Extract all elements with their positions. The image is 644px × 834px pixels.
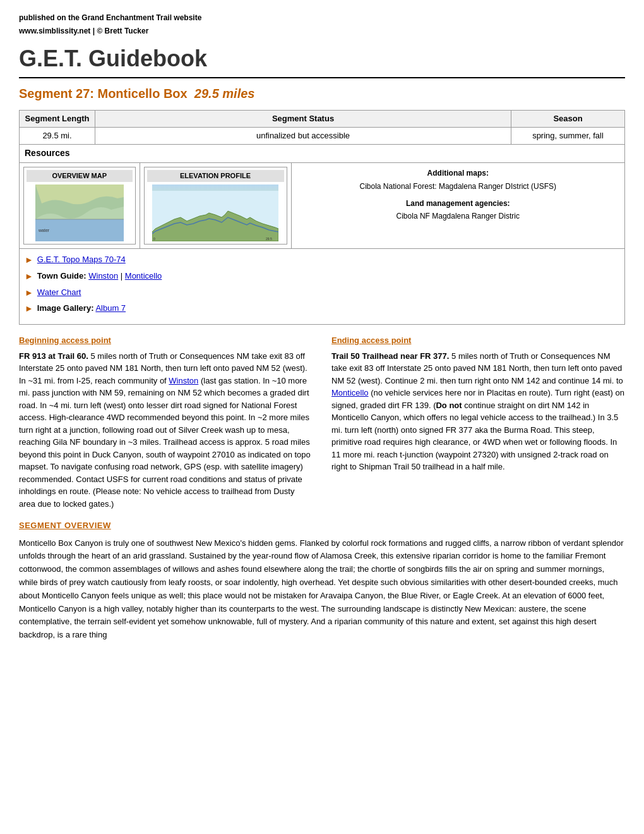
water-chart-link-item: ► Water Chart xyxy=(25,287,619,299)
additional-maps-item1: Cibola National Forest: Magdalena Ranger… xyxy=(297,181,620,192)
topo-maps-link[interactable]: G.E.T. Topo Maps 70-74 xyxy=(37,254,126,265)
bullet-arrow-3: ► xyxy=(25,287,33,299)
access-section: Beginning access point FR 913 at Trail 6… xyxy=(19,335,625,511)
beginning-access-col: Beginning access point FR 913 at Trail 6… xyxy=(19,335,313,511)
town-guide-link-item: ► Town Guide: Winston | Monticello xyxy=(25,270,619,283)
image-gallery-link-item: ► Image Gallery: Album 7 xyxy=(25,303,619,315)
col1-value: 29.5 mi. xyxy=(20,128,95,145)
segment-overview-section: SEGMENT OVERVIEW Monticello Box Canyon i… xyxy=(19,520,625,642)
elevation-profile-image: 0 29.5 xyxy=(152,184,278,241)
segment-overview-title: SEGMENT OVERVIEW xyxy=(19,520,625,531)
additional-maps-item2: Cibola NF Magdalena Ranger Distric xyxy=(297,211,620,222)
published-line: published on the Grand Enchantment Trail… xyxy=(19,13,625,23)
maps-row-cell: OVERVIEW MAP water xyxy=(20,162,625,248)
overview-map-image: water xyxy=(35,184,124,241)
monticello-link[interactable]: Monticello xyxy=(125,271,162,281)
ending-access-col: Ending access point Trail 50 Trailhead n… xyxy=(331,335,625,511)
col2-value: unfinalized but accessible xyxy=(95,128,511,145)
segment-title: Segment 27: Monticello Box 29.5 miles xyxy=(19,85,625,102)
page-title: G.E.T. Guidebook xyxy=(19,43,625,75)
beginning-access-body: FR 913 at Trail 60. 5 miles north of Tru… xyxy=(19,350,313,511)
ending-access-bold: Trail 50 Trailhead near FR 377. xyxy=(331,351,449,361)
water-chart-link[interactable]: Water Chart xyxy=(37,287,81,298)
overview-map-svg: water xyxy=(35,184,124,241)
image-gallery-prefix: Image Gallery: Album 7 xyxy=(37,303,126,314)
col2-header: Segment Status xyxy=(95,110,511,127)
col1-header: Segment Length xyxy=(20,110,95,127)
svg-text:water: water xyxy=(38,228,50,233)
beginning-access-bold: FR 913 at Trail 60. xyxy=(19,351,88,361)
bullet-arrow-1: ► xyxy=(25,254,33,267)
published-header: published on the Grand Enchantment Trail… xyxy=(19,13,625,37)
overview-map-cell: OVERVIEW MAP water xyxy=(20,163,140,248)
col3-header: Season xyxy=(511,110,625,127)
beginning-access-text2: (last gas station. In ~10 more mi. pass … xyxy=(19,376,311,509)
resources-label: Resources xyxy=(20,145,625,163)
elevation-profile-cell: ELEVATION PROFILE 0 29.5 xyxy=(140,163,291,248)
additional-maps-title: Additional maps: xyxy=(297,168,620,179)
additional-maps-cell: Additional maps: Cibola National Forest:… xyxy=(291,163,624,248)
elevation-svg: 0 29.5 xyxy=(152,191,278,241)
links-cell: ► G.E.T. Topo Maps 70-74 ► Town Guide: W… xyxy=(20,249,625,324)
site-line: www.simblissity.net | © Brett Tucker xyxy=(19,26,625,37)
overview-map-box: OVERVIEW MAP water xyxy=(23,167,136,245)
elevation-profile-label: ELEVATION PROFILE xyxy=(147,170,284,182)
ending-access-text3: continue straight on dirt NM 142 in Mont… xyxy=(331,401,618,472)
title-divider xyxy=(19,77,625,78)
col3-value: spring, summer, fall xyxy=(511,128,625,145)
winston-access-link[interactable]: Winston xyxy=(169,376,198,385)
bullet-arrow-2: ► xyxy=(25,270,33,283)
ending-access-body: Trail 50 Trailhead near FR 377. 5 miles … xyxy=(331,350,625,473)
svg-text:0: 0 xyxy=(153,237,155,241)
land-mgmt-title: Land management agencies: xyxy=(297,198,620,209)
elevation-profile-box: ELEVATION PROFILE 0 29.5 xyxy=(144,167,287,245)
segment-table: Segment Length Segment Status Season 29.… xyxy=(19,110,625,325)
bullet-arrow-4: ► xyxy=(25,303,33,315)
segment-overview-body: Monticello Box Canyon is truly one of so… xyxy=(19,537,625,642)
album-link[interactable]: Album 7 xyxy=(95,303,126,313)
ending-access-title: Ending access point xyxy=(331,335,625,346)
beginning-access-title: Beginning access point xyxy=(19,335,313,346)
do-not-bold: Do not xyxy=(436,401,462,410)
winston-link[interactable]: Winston xyxy=(88,271,118,281)
topo-maps-link-item: ► G.E.T. Topo Maps 70-74 xyxy=(25,254,619,267)
monticello-access-link[interactable]: Monticello xyxy=(331,388,369,397)
town-guide-prefix: Town Guide: Winston | Monticello xyxy=(37,270,162,282)
svg-text:29.5: 29.5 xyxy=(266,237,272,241)
overview-map-label: OVERVIEW MAP xyxy=(27,170,133,182)
